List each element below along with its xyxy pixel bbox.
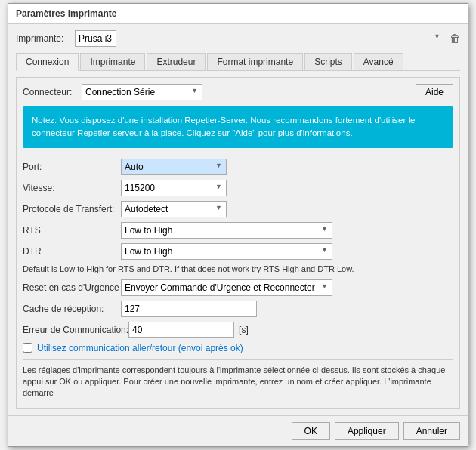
cache-row: Cache de réception:	[23, 301, 453, 317]
erreur-row: Erreur de Communication: [s]	[23, 322, 453, 338]
rts-select-wrapper: Low to High	[121, 222, 332, 239]
appliquer-button[interactable]: Appliquer	[335, 422, 399, 440]
vitesse-label: Vitesse:	[23, 183, 121, 193]
port-row: Port: Auto	[23, 159, 453, 175]
vitesse-row: Vitesse: 115200	[23, 180, 453, 196]
dialog-title: Paramètres imprimante	[16, 8, 116, 19]
printer-select[interactable]: Prusa i3	[75, 30, 116, 47]
connector-select-wrapper: Connection Série	[82, 84, 202, 100]
erreur-unit: [s]	[239, 325, 249, 335]
protocole-row: Protocole de Transfert: Autodetect	[23, 201, 453, 217]
connector-select[interactable]: Connection Série	[82, 84, 202, 100]
connector-row: Connecteur: Connection Série Aide	[23, 84, 453, 100]
dtr-label: DTR	[23, 246, 121, 257]
reset-select[interactable]: Envoyer Commande d'Urgence et Reconnecte…	[121, 279, 332, 296]
checkbox-label[interactable]: Utilisez communication aller/retour (env…	[37, 343, 243, 353]
vitesse-select[interactable]: 115200	[121, 180, 227, 196]
tab-imprimante[interactable]: Imprimante	[80, 53, 145, 70]
tab-avance[interactable]: Avancé	[354, 53, 403, 70]
printer-row: Imprimante: Prusa i3 🗑	[16, 30, 460, 47]
cache-label: Cache de réception:	[23, 304, 121, 314]
title-bar: Paramètres imprimante	[8, 4, 468, 24]
rts-select[interactable]: Low to High	[121, 222, 332, 239]
port-select[interactable]: Auto	[121, 159, 227, 175]
form-area: Port: Auto Vitesse: 115200	[23, 156, 453, 402]
info-box: Notez: Vous disposez d'une installation …	[23, 106, 453, 148]
footer: OK Appliquer Annuler	[8, 415, 468, 446]
dialog-window: Paramètres imprimante Imprimante: Prusa …	[8, 3, 468, 447]
tab-format[interactable]: Format imprimante	[207, 53, 303, 70]
annuler-button[interactable]: Annuler	[403, 422, 460, 440]
port-label: Port:	[23, 162, 121, 172]
tabs-bar: Connexion Imprimante Extrudeur Format im…	[16, 53, 460, 71]
protocole-select-wrapper: Autodetect	[121, 201, 227, 217]
vitesse-select-wrapper: 115200	[121, 180, 227, 196]
rts-dtr-note: Default is Low to High for RTS and DTR. …	[23, 264, 453, 273]
reset-select-wrapper: Envoyer Commande d'Urgence et Reconnecte…	[121, 279, 332, 296]
erreur-label: Erreur de Communication:	[23, 325, 128, 335]
protocole-label: Protocole de Transfert:	[23, 204, 121, 214]
dtr-select-wrapper: Low to High	[121, 243, 332, 260]
erreur-input[interactable]	[128, 322, 234, 338]
info-box-text: Notez: Vous disposez d'une installation …	[32, 116, 415, 137]
dtr-row: DTR Low to High	[23, 243, 453, 260]
cache-input[interactable]	[121, 301, 257, 317]
reset-row: Reset en cas d'Urgence Envoyer Commande …	[23, 279, 453, 296]
rts-row: RTS Low to High	[23, 222, 453, 239]
connexion-panel: Connecteur: Connection Série Aide Notez:…	[16, 77, 460, 409]
help-button[interactable]: Aide	[416, 84, 453, 100]
rts-label: RTS	[23, 225, 121, 236]
aller-retour-checkbox[interactable]	[23, 343, 32, 353]
dtr-select[interactable]: Low to High	[121, 243, 332, 260]
delete-printer-icon[interactable]: 🗑	[450, 32, 460, 45]
reset-label: Reset en cas d'Urgence	[23, 282, 121, 293]
printer-label: Imprimante:	[16, 33, 69, 44]
connector-label: Connecteur:	[23, 87, 76, 97]
protocole-select[interactable]: Autodetect	[121, 201, 227, 217]
port-select-wrapper: Auto	[121, 159, 227, 175]
tab-scripts[interactable]: Scripts	[304, 53, 352, 70]
printer-select-wrapper: Prusa i3	[75, 30, 444, 47]
checkbox-row: Utilisez communication aller/retour (env…	[23, 343, 453, 353]
tab-extrudeur[interactable]: Extrudeur	[147, 53, 206, 70]
tab-connexion[interactable]: Connexion	[16, 53, 79, 71]
ok-button[interactable]: OK	[292, 422, 330, 440]
bottom-info: Les réglages d'imprimante correspondent …	[23, 359, 453, 399]
connector-left: Connecteur: Connection Série	[23, 84, 202, 100]
